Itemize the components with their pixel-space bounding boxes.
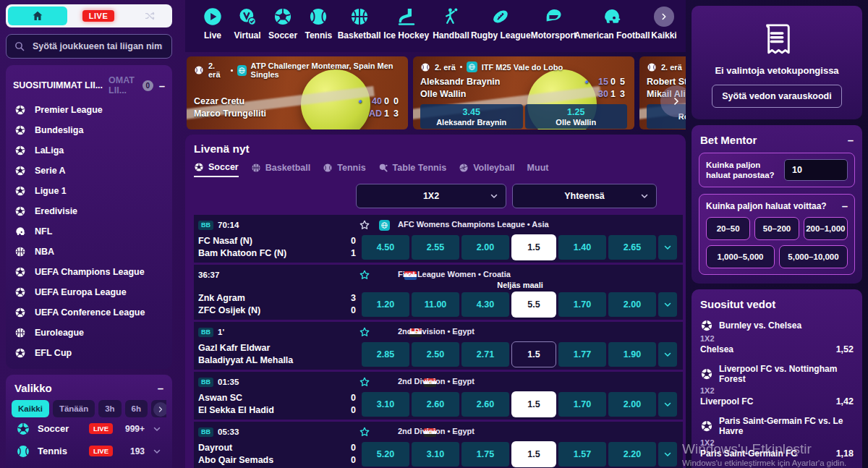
- favorite-star-icon[interactable]: [359, 426, 370, 438]
- odds-x[interactable]: 2.60: [412, 392, 459, 417]
- sidebar-item-nba[interactable]: NBA: [6, 242, 172, 262]
- nav-item-american-football[interactable]: American Football: [578, 7, 647, 41]
- sidebar-item-euroleague[interactable]: Euroleague: [6, 323, 172, 343]
- nav-item-tennis[interactable]: Tennis: [301, 7, 336, 41]
- filter-chip-today[interactable]: Tänään: [53, 400, 95, 417]
- win-range-button[interactable]: 5,000–10,000: [779, 245, 848, 268]
- collapse-bet-mentor-button[interactable]: –: [848, 135, 854, 145]
- odds-button-player2[interactable]: 1.25Olle Wallin: [525, 104, 628, 129]
- search-box[interactable]: [6, 34, 172, 59]
- sidebar-item-laliga[interactable]: LaLiga: [6, 140, 172, 161]
- expand-markets-button[interactable]: [658, 392, 677, 417]
- favorite-star-icon[interactable]: [359, 326, 370, 338]
- odds-1[interactable]: 5.20: [362, 442, 409, 467]
- favorite-star-icon[interactable]: [359, 376, 370, 388]
- sidebar-item-serie-a[interactable]: Serie A: [6, 161, 172, 181]
- odds-1[interactable]: 2.85: [362, 342, 409, 367]
- odds-under[interactable]: 1.90: [608, 342, 656, 367]
- expand-markets-button[interactable]: [658, 342, 677, 367]
- odds-under[interactable]: 2.20: [608, 442, 656, 467]
- favorite-star-icon[interactable]: [359, 219, 370, 231]
- collapse-win-button[interactable]: –: [842, 200, 848, 211]
- odds-2[interactable]: 2.60: [461, 392, 509, 417]
- chevron-down-icon[interactable]: [152, 446, 162, 456]
- odds-under[interactable]: 2.00: [608, 292, 656, 317]
- sidebar-item-eredivisie[interactable]: Eredivisie: [6, 201, 172, 221]
- total-dropdown[interactable]: Yhteensä: [512, 184, 657, 208]
- search-input[interactable]: [31, 41, 164, 52]
- nav-item-soccer[interactable]: Soccer: [265, 7, 301, 41]
- sidebar-item-premier-league[interactable]: Premier League: [6, 100, 172, 120]
- match-row[interactable]: BB 01:35 2nd Division • Egypt Aswan SCEl…: [194, 372, 683, 420]
- odds-2[interactable]: 2.71: [461, 342, 509, 367]
- tab-volleyball[interactable]: Volleyball: [459, 163, 514, 176]
- filter-chip-3h[interactable]: 3h: [98, 400, 121, 417]
- tab-soccer[interactable]: Soccer: [194, 162, 239, 177]
- shuffle-tab[interactable]: [129, 10, 170, 22]
- more-sports-button[interactable]: [654, 7, 674, 27]
- live-match-card[interactable]: 2. erä ITF M25 Vale do Lobo Aleksandr Br…: [413, 56, 634, 129]
- odds-over[interactable]: 1.70: [558, 392, 606, 417]
- expand-markets-button[interactable]: [658, 235, 677, 260]
- odds-2[interactable]: 2.00: [461, 235, 509, 260]
- odds-1[interactable]: 3.10: [362, 392, 409, 417]
- nav-item-motorsport[interactable]: Motorsport: [529, 7, 577, 41]
- nav-item-basketball[interactable]: Basketball: [336, 7, 383, 41]
- tab-tennis[interactable]: Tennis: [323, 163, 365, 176]
- match-row[interactable]: BB 70:14 AFC Womens Champions League • A…: [194, 215, 683, 263]
- win-range-button[interactable]: 200–1,000: [804, 217, 848, 240]
- odds-x[interactable]: 2.50: [412, 342, 459, 367]
- odds-x[interactable]: 11.00: [412, 292, 459, 317]
- odds-x[interactable]: 2.55: [412, 235, 459, 260]
- sidebar-item-uefa-champions-league[interactable]: UEFA Champions League: [6, 262, 172, 282]
- sidebar-item-nfl[interactable]: NFL: [6, 221, 172, 242]
- nav-item-rugby-league[interactable]: Rugby League: [472, 7, 529, 41]
- collapse-leagues-button[interactable]: –: [159, 80, 165, 91]
- odds-1[interactable]: 1.20: [362, 292, 409, 317]
- sidebar-item-bundesliga[interactable]: Bundesliga: [6, 120, 172, 140]
- odds-over[interactable]: 1.70: [558, 292, 606, 317]
- odds-over[interactable]: 1.77: [558, 342, 606, 367]
- nav-item-live[interactable]: Live: [195, 7, 230, 41]
- home-tab[interactable]: [8, 7, 67, 25]
- odds-2[interactable]: 1.75: [461, 442, 509, 467]
- match-row[interactable]: BB 1' 2nd Division • Egypt Gazl Kafr Eld…: [194, 322, 683, 370]
- tab-own-leagues[interactable]: OMAT LII...: [109, 75, 137, 95]
- tab-basketball[interactable]: Basketball: [251, 163, 311, 176]
- sidebar-item-ligue-1[interactable]: Ligue 1: [6, 181, 172, 201]
- favorite-star-icon[interactable]: [359, 269, 370, 281]
- nav-item-all-sports[interactable]: Kaikki: [647, 7, 681, 41]
- filter-chip-6h[interactable]: 6h: [125, 400, 148, 417]
- market-dropdown[interactable]: 1X2: [356, 184, 506, 208]
- collapse-menu-button[interactable]: –: [158, 383, 163, 393]
- nav-item-handball[interactable]: Handball: [430, 7, 472, 41]
- win-range-button[interactable]: 50–200: [754, 217, 799, 240]
- win-range-button[interactable]: 20–50: [706, 217, 750, 240]
- chevron-down-icon[interactable]: [152, 424, 162, 434]
- odds-x[interactable]: 3.10: [412, 442, 459, 467]
- tab-other[interactable]: Muut: [527, 163, 549, 176]
- expand-markets-button[interactable]: [658, 442, 677, 467]
- win-range-button[interactable]: 1,000–5,000: [706, 245, 775, 268]
- nav-item-ice-hockey[interactable]: Ice Hockey: [383, 7, 430, 41]
- odds-over[interactable]: 1.40: [558, 235, 606, 260]
- menu-sport-tennis[interactable]: Tennis LIVE 193: [12, 440, 166, 462]
- sidebar-item-uefa-europa-league[interactable]: UEFA Europa League: [6, 282, 172, 302]
- live-match-card[interactable]: 2. erä ATP Challenger Montemar, Spain Me…: [187, 56, 408, 129]
- filter-chip-all[interactable]: Kaikki: [12, 400, 49, 417]
- odds-1[interactable]: 4.50: [362, 235, 409, 260]
- odds-button-player1[interactable]: 3.45Aleksandr Braynin: [420, 104, 523, 129]
- tab-table-tennis[interactable]: Table Tennis: [378, 163, 447, 176]
- odds-over[interactable]: 1.57: [558, 442, 606, 467]
- nav-item-virtual[interactable]: Virtual: [230, 7, 265, 41]
- odds-2[interactable]: 4.30: [461, 292, 509, 317]
- match-row[interactable]: BB 05:33 2nd Division • Egypt DayroutAbo…: [194, 422, 683, 468]
- live-tab[interactable]: LIVE: [67, 10, 129, 22]
- booking-code-button[interactable]: Syötä vedon varauskoodi: [712, 85, 841, 108]
- expand-markets-button[interactable]: [658, 292, 677, 317]
- popular-bet-item[interactable]: Burnley vs. Chelsea 1X2 Chelsea1,52: [700, 319, 854, 354]
- stake-input[interactable]: [784, 159, 848, 181]
- popular-bet-item[interactable]: Liverpool FC vs. Nottingham Forest 1X2 L…: [700, 364, 854, 407]
- tab-popular-leagues[interactable]: SUOSITUIMMAT LII...: [13, 80, 103, 90]
- odds-under[interactable]: 2.65: [608, 235, 656, 260]
